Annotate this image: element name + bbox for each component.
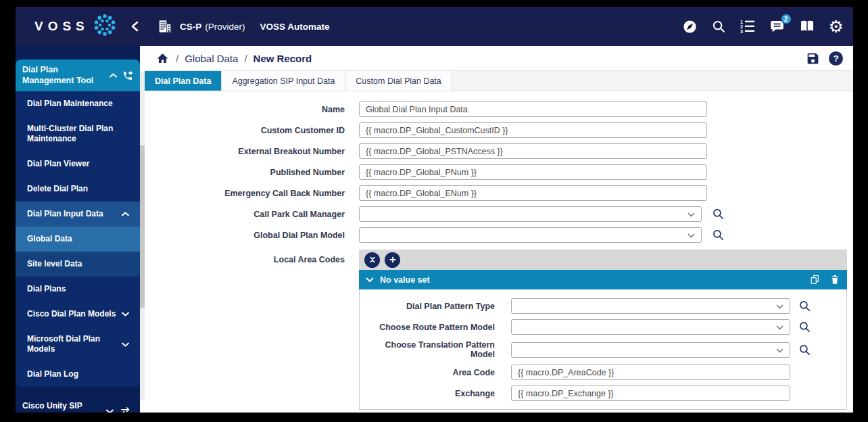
sidebar: Dial Plan Management Tool Dial Plan Main… <box>16 46 140 413</box>
published-number-field[interactable] <box>359 164 707 180</box>
item-header-title: No value set <box>380 275 430 285</box>
tab-custom-dial-plan-data[interactable]: Custom Dial Plan Data <box>345 71 452 91</box>
logo-area: VOSS <box>16 11 140 42</box>
published-number-label: Published Number <box>145 168 345 177</box>
local-area-codes-group: No value set <box>359 250 847 410</box>
voss-logo-text: VOSS <box>34 19 89 34</box>
main-content: / Global Data / New Record ? Dial Plan D… <box>145 46 853 413</box>
delete-item-icon[interactable] <box>829 274 840 285</box>
top-bar: VOSS <box>16 7 853 46</box>
record-form: Name Custom Customer ID External Breakou… <box>145 91 853 410</box>
org-selector[interactable]: CS-P(Provider) <box>180 22 245 32</box>
search-icon[interactable] <box>711 19 726 34</box>
sidebar-item-dial-plan-management-tool[interactable]: Dial Plan Management Tool <box>16 60 140 91</box>
dial-plan-pattern-type-label: Dial Plan Pattern Type <box>360 302 495 311</box>
chevron-up-icon <box>122 212 129 216</box>
search-lookup-icon[interactable] <box>798 344 811 356</box>
breadcrumb-item-global-data[interactable]: Global Data <box>185 53 238 64</box>
ordered-list-icon[interactable]: 1 2 3 <box>740 18 756 34</box>
sidebar-scrollbar <box>140 46 145 413</box>
global-dial-plan-model-select[interactable] <box>359 227 702 243</box>
exchange-field[interactable] <box>511 385 790 401</box>
svg-text:3: 3 <box>740 28 743 34</box>
chevron-down-icon <box>122 312 129 316</box>
sidebar-item-dial-plan-input-data[interactable]: Dial Plan Input Data <box>16 202 140 227</box>
local-area-codes-label: Local Area Codes <box>145 250 345 410</box>
choose-translation-pattern-model-select[interactable] <box>511 342 790 358</box>
sidebar-item-delete-dial-plan[interactable]: Delete Dial Plan <box>16 177 140 202</box>
home-icon[interactable] <box>155 51 170 66</box>
chevron-down-icon <box>776 348 783 353</box>
org-type: (Provider) <box>205 22 245 32</box>
local-area-codes-item-header[interactable]: No value set <box>359 270 847 289</box>
app-window: VOSS <box>16 7 853 413</box>
topbar-actions: 1 2 3 2 ⚙ <box>682 18 853 35</box>
context-breadcrumb: CS-P(Provider) VOSS Automate <box>158 19 330 34</box>
sidebar-item-global-data[interactable]: Global Data <box>16 227 140 252</box>
sidebar-item-dial-plan-maintenance[interactable]: Dial Plan Maintenance <box>16 91 140 116</box>
tab-aggregation-sip-input-data[interactable]: Aggregation SIP Input Data <box>222 71 345 91</box>
chevron-down-icon <box>106 409 114 413</box>
sidebar-item-microsoft-dial-plan-models[interactable]: Microsoft Dial Plan Models <box>16 327 140 362</box>
sidebar-item-dial-plans[interactable]: Dial Plans <box>16 277 140 302</box>
external-breakout-number-field[interactable] <box>359 143 707 159</box>
area-code-field[interactable] <box>511 365 790 380</box>
sidebar-item-cisco-unity-sip-integration[interactable]: Cisco Unity SIP Integration <box>16 394 140 413</box>
sidebar-item-dial-plan-viewer[interactable]: Dial Plan Viewer <box>16 151 140 177</box>
chevron-down-icon <box>776 304 783 309</box>
call-park-call-manager-select[interactable] <box>359 206 702 222</box>
exchange-label: Exchange <box>360 389 495 398</box>
local-area-codes-toolbar <box>359 250 847 270</box>
emergency-call-back-number-label: Emergency Call Back Number <box>145 189 345 198</box>
sidebar-collapse-icon[interactable] <box>131 21 139 32</box>
search-lookup-icon[interactable] <box>712 229 725 241</box>
choose-route-pattern-model-label: Choose Route Pattern Model <box>360 323 495 332</box>
tab-dial-plan-data[interactable]: Dial Plan Data <box>145 71 222 91</box>
search-lookup-icon[interactable] <box>798 321 811 333</box>
chevron-down-icon <box>122 342 129 347</box>
messages-icon[interactable]: 2 <box>769 18 786 34</box>
breadcrumb-separator: / <box>176 53 178 64</box>
swap-icon <box>120 406 130 413</box>
app-title: VOSS Automate <box>260 22 330 32</box>
duplicate-item-icon[interactable] <box>809 274 821 285</box>
name-label: Name <box>145 105 345 114</box>
voss-flower-icon <box>91 11 119 42</box>
breadcrumb-separator: / <box>244 53 247 64</box>
emergency-call-back-number-field[interactable] <box>359 185 707 201</box>
call-park-call-manager-label: Call Park Call Manager <box>145 210 345 219</box>
search-lookup-icon[interactable] <box>712 208 725 220</box>
dial-plan-pattern-type-select[interactable] <box>511 298 790 314</box>
add-item-button[interactable] <box>385 252 400 268</box>
external-breakout-number-label: External Breakout Number <box>145 147 345 156</box>
custom-customer-id-label: Custom Customer ID <box>145 126 345 135</box>
sidebar-item-dial-plan-log[interactable]: Dial Plan Log <box>16 362 140 387</box>
chevron-down-icon <box>776 325 783 330</box>
sidebar-item-cisco-dial-plan-models[interactable]: Cisco Dial Plan Models <box>16 302 140 327</box>
scrollbar-thumb[interactable] <box>140 145 145 308</box>
compass-icon[interactable] <box>682 19 698 34</box>
panel-title: Dial Plan Management Tool <box>22 65 104 86</box>
chevron-up-icon <box>110 73 117 78</box>
choose-translation-pattern-model-label: Choose Translation Pattern Model <box>360 340 495 359</box>
notification-badge: 2 <box>781 14 792 24</box>
name-field[interactable] <box>359 101 707 117</box>
settings-icon[interactable]: ⚙ <box>829 18 844 35</box>
custom-customer-id-field[interactable] <box>359 122 707 138</box>
chevron-down-icon <box>688 233 695 238</box>
tab-bar: Dial Plan Data Aggregation SIP Input Dat… <box>145 71 853 91</box>
global-dial-plan-model-label: Global Dial Plan Model <box>145 231 345 240</box>
sidebar-item-multi-cluster-dial-plan-maintenance[interactable]: Multi-Cluster Dial Plan Maintenance <box>16 116 140 151</box>
save-button[interactable] <box>806 51 820 66</box>
organization-icon <box>158 19 172 34</box>
search-lookup-icon[interactable] <box>798 300 811 312</box>
choose-route-pattern-model-select[interactable] <box>511 319 790 335</box>
area-code-label: Area Code <box>360 368 495 377</box>
local-area-codes-item-body: Dial Plan Pattern Type <box>359 289 847 410</box>
help-button[interactable]: ? <box>829 51 843 66</box>
collapse-all-button[interactable] <box>364 252 380 268</box>
dial-plan-tool-panel: Dial Plan Management Tool Dial Plan Main… <box>16 60 140 387</box>
sidebar-item-site-level-data[interactable]: Site level Data <box>16 252 140 277</box>
knowledge-base-icon[interactable] <box>799 18 815 34</box>
org-name: CS-P <box>180 22 201 32</box>
